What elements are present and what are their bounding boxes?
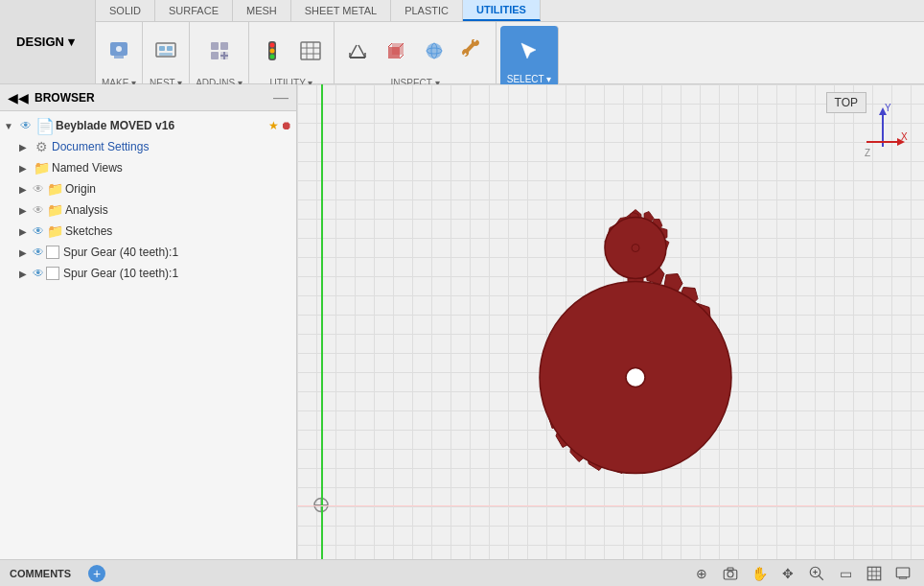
root-record-icon: ⏺ [281, 119, 292, 132]
bottom-tools: ⊕ ✋ ✥ ▭ [690, 562, 914, 585]
origin-arrow: ▶ [19, 184, 33, 195]
nest-button[interactable] [149, 34, 183, 68]
spur-gear-40-label: Spur Gear (40 teeth):1 [63, 246, 292, 259]
svg-rect-17 [301, 42, 320, 59]
analysis-folder-icon: 📁 [46, 201, 63, 219]
tree-item-sketches[interactable]: ▶ 👁 📁 Sketches [0, 221, 296, 242]
tree-item-spur-gear-10[interactable]: ▶ 👁 Spur Gear (10 teeth):1 [0, 263, 296, 284]
svg-text:Z: Z [865, 148, 870, 156]
bottom-tool-zoom[interactable] [805, 562, 828, 585]
inspect-btn2[interactable] [379, 34, 413, 68]
nest-icon [154, 39, 177, 62]
toolbar: DESIGN ▾ SOLID SURFACE MESH SHEET METAL … [0, 0, 924, 84]
bottom-tool-camera[interactable] [719, 562, 742, 585]
comments-add-button[interactable]: + [88, 565, 105, 582]
svg-point-15 [270, 49, 275, 54]
svg-rect-4 [159, 46, 165, 51]
tree-item-analysis[interactable]: ▶ 👁 📁 Analysis [0, 199, 296, 221]
origin-folder-icon: 📁 [46, 180, 63, 198]
tab-plastic[interactable]: PLASTIC [391, 0, 463, 21]
select-button[interactable] [506, 30, 552, 72]
utility-icons [255, 26, 328, 76]
root-star-icon: ★ [268, 119, 279, 132]
browser-close-button[interactable]: — [273, 89, 289, 106]
utility-btn2[interactable] [293, 34, 328, 68]
svg-line-25 [350, 45, 357, 58]
group-utility: UTILITY ▾ [249, 22, 335, 92]
svg-line-53 [819, 575, 823, 580]
svg-rect-61 [896, 568, 910, 577]
spur-gear-40-component-icon [46, 246, 59, 259]
svg-line-31 [400, 55, 404, 59]
nest-icons [149, 26, 183, 76]
spur-gear-10-label: Spur Gear (10 teeth):1 [63, 267, 292, 280]
named-views-label: Named Views [52, 161, 292, 175]
inspect-btn3[interactable] [417, 34, 451, 68]
group-make: MAKE ▾ [96, 22, 143, 92]
make-icon [107, 39, 130, 62]
root-visibility-icon[interactable]: 👁 [17, 117, 35, 134]
browser-header: ◀◀ BROWSER — [0, 84, 296, 111]
sketches-arrow: ▶ [19, 226, 33, 237]
bottom-tool-frame[interactable]: ▭ [834, 562, 857, 585]
bottom-tool-orbit[interactable]: ✥ [776, 562, 799, 585]
zoom-icon [808, 565, 825, 582]
analysis-eye-icon[interactable]: 👁 [33, 203, 44, 217]
tree-item-named-views[interactable]: ▶ 📁 Named Views [0, 157, 296, 178]
svg-rect-6 [159, 53, 173, 56]
bottom-tool-grid[interactable] [863, 562, 886, 585]
doc-settings-label: Document Settings [52, 140, 292, 153]
utility-btn1[interactable] [255, 34, 289, 68]
svg-rect-9 [211, 52, 219, 59]
origin-eye-icon[interactable]: 👁 [33, 182, 44, 196]
make-button[interactable] [102, 34, 136, 68]
svg-point-16 [270, 55, 275, 59]
axis-svg: Y X Z [857, 104, 910, 156]
inspect-btn4[interactable] [455, 34, 490, 68]
spur-gear-40-eye-icon[interactable]: 👁 [33, 246, 44, 259]
root-doc-icon: 📄 [36, 117, 54, 134]
root-arrow: ▼ [4, 121, 17, 131]
tree-item-spur-gear-40[interactable]: ▶ 👁 Spur Gear (40 teeth):1 [0, 242, 296, 263]
browser-tree: ▼ 👁 📄 Beyblade MOVED v16 ★ ⏺ ▶ ⚙ Documen… [0, 111, 296, 559]
tab-solid[interactable]: SOLID [96, 0, 155, 21]
camera-icon [722, 565, 739, 582]
doc-settings-gear-icon: ⚙ [33, 138, 50, 155]
tab-mesh[interactable]: MESH [233, 0, 291, 21]
sketches-label: Sketches [65, 224, 292, 238]
svg-rect-5 [167, 46, 173, 51]
svg-line-26 [358, 45, 365, 58]
addins-icon [208, 39, 231, 62]
viewport[interactable]: TOP Y X Z [297, 84, 924, 559]
svg-line-29 [388, 43, 392, 47]
svg-rect-51 [728, 568, 733, 571]
spur-gear-10-eye-icon[interactable]: 👁 [33, 267, 44, 280]
sketches-eye-icon[interactable]: 👁 [33, 224, 44, 238]
addins-button[interactable] [202, 34, 237, 68]
svg-text:X: X [901, 131, 908, 142]
design-label: DESIGN [16, 35, 64, 49]
svg-text:Y: Y [885, 104, 891, 113]
spur-gear-10-component-icon [46, 267, 59, 280]
browser-collapse-icon[interactable]: ◀◀ [8, 90, 29, 105]
tab-sheet-metal[interactable]: SHEET METAL [291, 0, 391, 21]
bottom-tool-move[interactable]: ⊕ [690, 562, 713, 585]
bottom-tool-hand[interactable]: ✋ [748, 562, 771, 585]
tab-surface[interactable]: SURFACE [155, 0, 233, 21]
inspect-btn1[interactable] [340, 34, 375, 68]
inspect-icons [340, 26, 490, 76]
svg-point-32 [427, 43, 442, 59]
spur-gear-10-arrow: ▶ [19, 269, 33, 279]
doc-settings-arrow: ▶ [19, 142, 33, 152]
tree-item-root[interactable]: ▼ 👁 📄 Beyblade MOVED v16 ★ ⏺ [0, 115, 296, 136]
tab-utilities[interactable]: UTILITIES [463, 0, 541, 21]
bottom-tool-display[interactable] [891, 562, 914, 585]
svg-point-14 [270, 43, 275, 48]
group-inspect: INSPECT ▾ [335, 22, 497, 92]
design-button[interactable]: DESIGN ▾ [0, 0, 96, 83]
select-label: SELECT ▾ [507, 74, 552, 84]
cursor-icon [518, 39, 541, 62]
sidebar: ◀◀ BROWSER — ▼ 👁 📄 Beyblade MOVED v16 ★ … [0, 84, 297, 559]
tree-item-doc-settings[interactable]: ▶ ⚙ Document Settings [0, 136, 296, 157]
tree-item-origin[interactable]: ▶ 👁 📁 Origin [0, 178, 296, 199]
